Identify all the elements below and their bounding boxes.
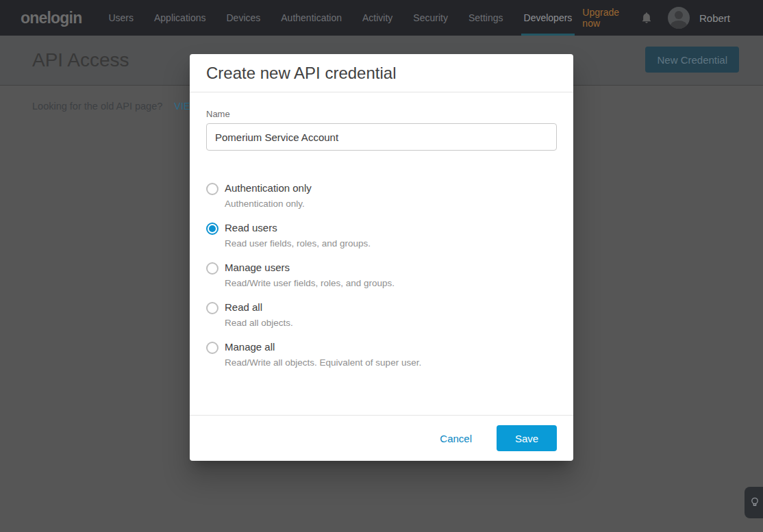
radio-icon[interactable] <box>206 302 218 314</box>
option-description: Read all objects. <box>225 318 293 329</box>
name-field-label: Name <box>206 109 557 119</box>
lightbulb-icon <box>748 496 762 509</box>
app-window: onelogin Users Applications Devices Auth… <box>0 0 763 532</box>
option-description: Authentication only. <box>225 199 312 210</box>
scope-option-read-users[interactable]: Read users Read user fields, roles, and … <box>206 222 557 249</box>
scope-options: Authentication only Authentication only.… <box>206 182 557 368</box>
radio-icon[interactable] <box>206 262 218 275</box>
modal-header: Create new API credential <box>190 54 573 92</box>
scope-option-manage-users[interactable]: Manage users Read/Write user fields, rol… <box>206 262 557 289</box>
modal-title: Create new API credential <box>206 64 397 83</box>
modal-footer: Cancel Save <box>190 415 573 461</box>
radio-icon[interactable] <box>206 342 218 354</box>
option-label: Authentication only <box>225 182 312 194</box>
option-label: Read users <box>225 222 371 234</box>
cancel-button[interactable]: Cancel <box>440 433 472 444</box>
option-label: Manage users <box>225 262 395 274</box>
radio-icon-selected[interactable] <box>206 223 218 235</box>
scope-option-manage-all[interactable]: Manage all Read/Write all objects. Equiv… <box>206 341 557 368</box>
modal-body: Name Authentication only Authentication … <box>190 92 573 397</box>
option-label: Read all <box>225 301 293 314</box>
option-label: Manage all <box>225 341 421 353</box>
option-description: Read user fields, roles, and groups. <box>225 238 371 249</box>
save-button[interactable]: Save <box>497 425 557 451</box>
scope-option-read-all[interactable]: Read all Read all objects. <box>206 301 557 329</box>
create-api-credential-modal: Create new API credential Name Authentic… <box>190 54 573 461</box>
scope-option-authentication-only[interactable]: Authentication only Authentication only. <box>206 182 557 210</box>
radio-icon[interactable] <box>206 183 218 195</box>
credential-name-input[interactable] <box>206 123 557 151</box>
option-description: Read/Write user fields, roles, and group… <box>225 278 395 289</box>
help-beacon-button[interactable] <box>745 487 763 518</box>
option-description: Read/Write all objects. Equivalent of su… <box>225 357 421 368</box>
